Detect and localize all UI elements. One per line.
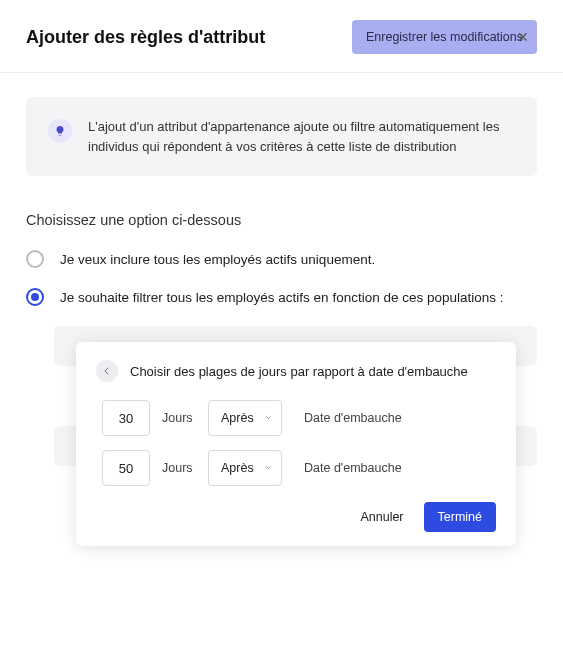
reference-label: Date d'embauche	[304, 411, 402, 425]
chevron-down-icon	[264, 411, 273, 425]
filter-panel-area: Choisir des plages de jours par rapport …	[54, 326, 537, 466]
lightbulb-icon	[48, 119, 72, 143]
radio-button[interactable]	[26, 288, 44, 306]
back-button[interactable]	[96, 360, 118, 382]
date-range-popover: Choisir des plages de jours par rapport …	[76, 342, 516, 546]
unit-label: Jours	[162, 461, 196, 475]
popover-footer: Annuler Terminé	[96, 502, 496, 532]
info-banner: L'ajout d'un attribut d'appartenance ajo…	[26, 97, 537, 176]
info-text: L'ajout d'un attribut d'appartenance ajo…	[88, 117, 515, 156]
relation-value: Après	[221, 461, 254, 475]
chevron-down-icon	[264, 461, 273, 475]
save-button[interactable]: Enregistrer les modifications ✕	[352, 20, 537, 54]
cancel-button[interactable]: Annuler	[350, 502, 413, 532]
radio-button[interactable]	[26, 250, 44, 268]
arrow-left-icon	[102, 362, 112, 380]
page-title: Ajouter des règles d'attribut	[26, 27, 265, 48]
section-label: Choisissez une option ci-dessous	[26, 212, 537, 228]
done-button[interactable]: Terminé	[424, 502, 496, 532]
radio-option-all-active[interactable]: Je veux inclure tous les employés actifs…	[26, 250, 537, 268]
save-button-label: Enregistrer les modifications	[366, 30, 523, 44]
radio-option-filter-populations[interactable]: Je souhaite filtrer tous les employés ac…	[26, 288, 537, 306]
radio-label: Je veux inclure tous les employés actifs…	[60, 252, 375, 267]
dialog-header: Ajouter des règles d'attribut Enregistre…	[0, 0, 563, 72]
range-row: Jours Après Date d'embauche	[96, 450, 496, 486]
relation-select[interactable]: Après	[208, 450, 282, 486]
relation-select[interactable]: Après	[208, 400, 282, 436]
relation-value: Après	[221, 411, 254, 425]
unit-label: Jours	[162, 411, 196, 425]
reference-label: Date d'embauche	[304, 461, 402, 475]
popover-title: Choisir des plages de jours par rapport …	[130, 364, 468, 379]
days-input[interactable]	[102, 450, 150, 486]
days-input[interactable]	[102, 400, 150, 436]
popover-header: Choisir des plages de jours par rapport …	[96, 360, 496, 382]
content-area: L'ajout d'un attribut d'appartenance ajo…	[0, 73, 563, 466]
range-row: Jours Après Date d'embauche	[96, 400, 496, 436]
radio-label: Je souhaite filtrer tous les employés ac…	[60, 290, 504, 305]
